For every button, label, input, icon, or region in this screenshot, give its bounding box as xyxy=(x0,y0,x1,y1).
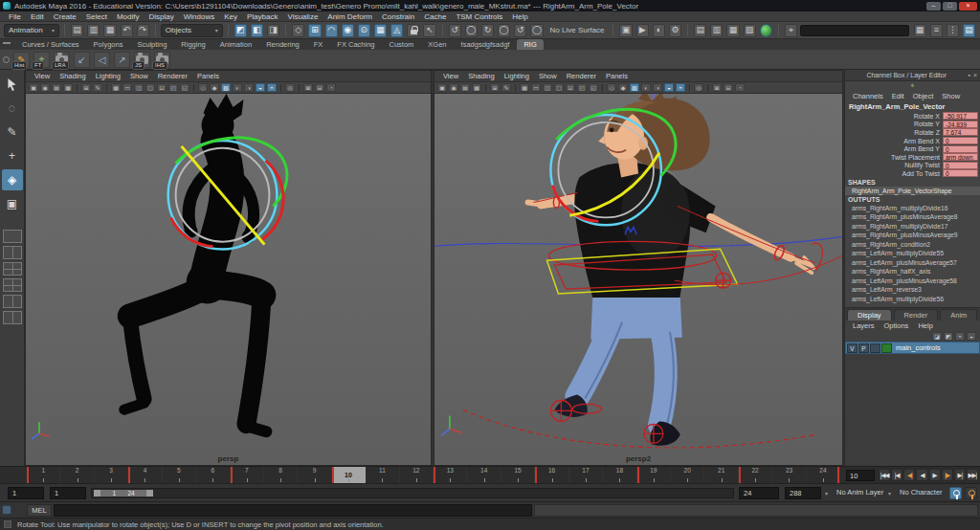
layer-visibility-toggle[interactable]: V xyxy=(847,343,858,353)
viewport-view-persp[interactable]: persp xyxy=(26,94,431,465)
channel-value-twist-placement[interactable]: arm down xyxy=(943,153,978,161)
ipr-render-icon[interactable]: ◐ xyxy=(653,24,665,37)
go-to-end-button[interactable]: ▶▶| xyxy=(967,469,978,481)
shelf-tab-fx[interactable]: FX xyxy=(307,39,330,50)
move-layer-up-icon[interactable]: ◓ xyxy=(955,332,965,341)
channel-name-rotate-x[interactable]: Rotate X xyxy=(845,113,943,120)
new-empty-layer-icon[interactable]: ◪ xyxy=(932,332,942,341)
frame-cell-16[interactable]: 16 xyxy=(535,467,568,483)
console-icon[interactable] xyxy=(2,505,11,515)
character-set-selector[interactable]: No Character Set xyxy=(896,487,947,499)
camera-attributes-icon[interactable]: ◉ xyxy=(449,83,458,92)
menu-visualize[interactable]: Visualize xyxy=(282,12,323,21)
xray-joints-icon[interactable]: ⊟ xyxy=(724,83,733,92)
frame-cell-4[interactable]: 4 xyxy=(128,467,162,483)
close-panel-icon[interactable]: × xyxy=(973,72,977,78)
viewport-persp2[interactable]: ViewShadingLightingShowRendererPanels ▣◉… xyxy=(434,70,843,466)
motion-blur-icon[interactable]: ◓ xyxy=(267,83,277,92)
shelf-tab-sculpting[interactable]: Sculpting xyxy=(130,39,173,50)
numeric-input-icon[interactable]: ⌖ xyxy=(785,24,797,37)
panel-menu-lighting-left[interactable]: Lighting xyxy=(91,72,125,80)
channel-value-rotate-x[interactable]: -50.917 xyxy=(943,112,978,120)
select-object-icon[interactable]: ◧ xyxy=(251,24,263,37)
menu-edit[interactable]: Edit xyxy=(26,12,49,21)
menu-cache[interactable]: Cache xyxy=(419,12,451,21)
shaded-icon[interactable]: ◆ xyxy=(618,83,628,92)
shelf-ft-tool[interactable]: ⌖FT xyxy=(33,52,50,68)
make-live-icon[interactable]: ◬ xyxy=(390,24,403,37)
safe-title-icon[interactable]: ◱ xyxy=(180,83,189,92)
auto-keyframe-toggle-icon[interactable] xyxy=(949,487,962,499)
frame-cell-13[interactable]: 13 xyxy=(434,467,467,483)
frame-cell-14[interactable]: 14 xyxy=(467,467,501,483)
scale-tool[interactable]: ▣ xyxy=(2,193,23,214)
shelf-config-icon[interactable] xyxy=(3,56,10,63)
shelf-tab-xgen[interactable]: XGen xyxy=(421,39,453,50)
safe-action-icon[interactable]: ◰ xyxy=(168,83,178,92)
step-back-key-button[interactable]: ◀| xyxy=(903,469,915,481)
layer-color-swatch[interactable] xyxy=(881,343,892,353)
two-d-pan-zoom-icon[interactable]: ⊞ xyxy=(490,83,500,92)
menu-playback[interactable]: Playback xyxy=(242,12,282,21)
frame-cell-1[interactable]: 1 xyxy=(27,467,60,483)
xray-joints-icon[interactable]: ⊟ xyxy=(315,83,324,92)
play-backward-button[interactable]: ◀ xyxy=(916,469,927,481)
new-layer-from-selected-icon[interactable]: ◩ xyxy=(944,332,953,341)
xray-icon[interactable]: ⊠ xyxy=(712,83,722,92)
field-chart-icon[interactable]: ⊡ xyxy=(566,83,575,92)
selected-object-name[interactable]: RightArm_Arm_Pole_Vector xyxy=(845,101,980,112)
frame-cell-24[interactable]: 24 xyxy=(807,467,840,483)
gate-mask-icon[interactable]: ▢ xyxy=(554,83,564,92)
safe-action-icon[interactable]: ◰ xyxy=(577,83,587,92)
channel-name-nullify-twist[interactable]: Nullify Twist xyxy=(845,162,943,168)
use-all-lights-icon[interactable]: ◐ xyxy=(233,83,242,92)
frame-cell-20[interactable]: 20 xyxy=(671,467,704,483)
shelf-arrow-tool-2[interactable]: ◁ xyxy=(94,52,110,68)
frame-cell-19[interactable]: 19 xyxy=(637,467,671,483)
frame-cell-15[interactable]: 15 xyxy=(501,467,535,483)
channel-box-menu-channels[interactable]: Channels xyxy=(849,92,887,100)
layer-tab-render[interactable]: Render xyxy=(894,309,939,320)
current-frame-field[interactable]: 10 xyxy=(846,470,875,481)
shelf-tab-animation[interactable]: Animation xyxy=(213,39,258,50)
channel-box-menu-object[interactable]: Object xyxy=(909,92,938,100)
layer-menu-help[interactable]: Help xyxy=(913,321,937,330)
move-tool[interactable]: + xyxy=(2,145,23,166)
frame-cell-21[interactable]: 21 xyxy=(704,467,738,483)
menu-anim-deform[interactable]: Anim Deform xyxy=(323,12,377,21)
paint-select-tool[interactable]: ✎ xyxy=(2,121,23,143)
lasso-select-tool[interactable]: ◌ xyxy=(2,98,23,119)
isolate-select-icon[interactable]: ◎ xyxy=(694,83,703,92)
snap-curve-icon[interactable]: ◠ xyxy=(325,24,338,37)
layer-extra-toggle[interactable] xyxy=(870,343,880,353)
channel-value-arm-bend-x[interactable]: 0 xyxy=(943,137,978,144)
panel-menu-panels-left[interactable]: Panels xyxy=(192,72,224,80)
menu-display[interactable]: Display xyxy=(145,12,179,21)
command-input[interactable] xyxy=(54,504,532,517)
snap-projected-center-icon[interactable]: ⊙ xyxy=(358,24,370,37)
shelf-js-camera[interactable]: JS xyxy=(134,52,150,68)
frame-cell-2[interactable]: 2 xyxy=(60,467,94,483)
uv-editor-icon[interactable]: ▦ xyxy=(726,24,739,37)
character-set-caret-icon[interactable]: ▾ xyxy=(888,490,891,497)
resolution-gate-icon[interactable]: ◫ xyxy=(134,83,144,92)
shelf-tab-curves-surfaces[interactable]: Curves / Surfaces xyxy=(15,39,86,50)
menu-select[interactable]: Select xyxy=(81,12,112,21)
time-slider-track[interactable]: 123456789101112131415161718192021222324 xyxy=(27,467,840,483)
layout-hypershade-persp[interactable] xyxy=(3,311,22,324)
symmetry-icon[interactable]: ◇ xyxy=(292,24,304,37)
lock-camera-icon[interactable]: ▣ xyxy=(437,83,447,92)
channel-value-add-to-twist[interactable]: 0 xyxy=(943,169,978,177)
live-surface-icon[interactable]: ◯ xyxy=(498,24,510,37)
range-slider-track[interactable]: 1 24 xyxy=(91,488,734,498)
render-settings-icon[interactable]: ⚙ xyxy=(669,24,681,37)
shaded-icon[interactable]: ◆ xyxy=(210,83,219,92)
motion-blur-icon[interactable]: ◓ xyxy=(676,83,685,92)
channel-value-rotate-y[interactable]: -24.839 xyxy=(943,121,978,128)
shelf-menu-icon[interactable] xyxy=(3,42,11,47)
wireframe-icon[interactable]: ◇ xyxy=(198,83,208,92)
paint-effects-icon[interactable]: ▤ xyxy=(694,24,706,37)
dock-pin-icon[interactable]: ▪ xyxy=(968,72,969,78)
shadows-icon[interactable]: ◑ xyxy=(653,83,662,92)
grid-icon[interactable]: ▦ xyxy=(520,83,529,92)
